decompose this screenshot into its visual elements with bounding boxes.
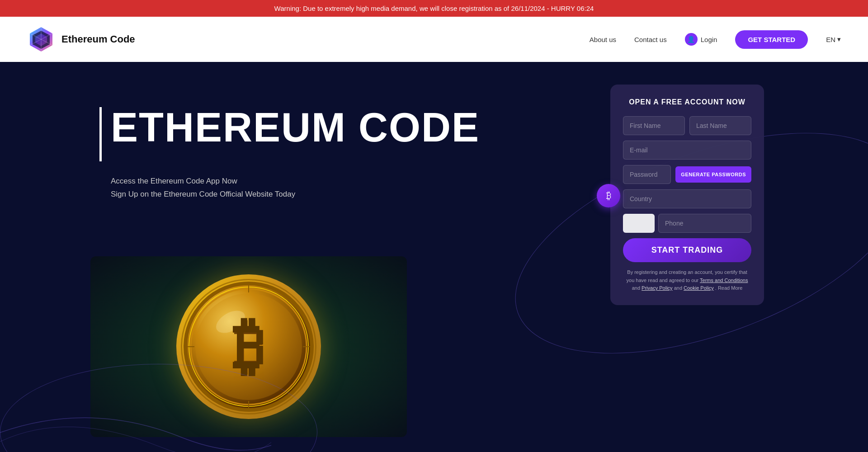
terms-link[interactable]: Terms and Conditions — [700, 278, 748, 283]
bitcoin-float-icon: ₿ — [606, 190, 611, 202]
last-name-input[interactable] — [689, 116, 751, 135]
login-label[interactable]: Login — [701, 36, 717, 43]
phone-input[interactable] — [658, 214, 751, 233]
read-more-link[interactable]: . Read More — [715, 285, 743, 291]
country-input[interactable] — [623, 189, 751, 208]
bitcoin-coin: ₿ — [176, 274, 321, 419]
email-input[interactable] — [623, 141, 751, 160]
user-icon-symbol: 👤 — [687, 36, 695, 43]
nav-about[interactable]: About us — [590, 36, 616, 43]
language-selector[interactable]: EN ▾ — [826, 35, 841, 43]
country-code-input[interactable] — [623, 214, 655, 233]
navbar: Ethereum Code About us Contact us 👤 Logi… — [0, 17, 868, 62]
nav-login-group[interactable]: 👤 Login — [685, 33, 717, 46]
cookie-link[interactable]: Cookie Policy — [684, 285, 714, 291]
bitcoin-background: ₿ — [90, 256, 407, 437]
generate-password-button[interactable]: GENERATE PASSWORDS — [675, 166, 751, 183]
hero-image: ₿ — [90, 256, 407, 437]
form-title: OPEN A FREE ACCOUNT NOW — [623, 98, 751, 106]
password-input[interactable] — [623, 165, 671, 184]
first-name-input[interactable] — [623, 116, 685, 135]
privacy-link[interactable]: Privacy Policy — [642, 285, 672, 291]
nav-contact[interactable]: Contact us — [634, 36, 667, 43]
chevron-down-icon: ▾ — [837, 35, 841, 43]
and-text: and — [632, 285, 642, 291]
and-text2: and — [674, 285, 684, 291]
registration-form: OPEN A FREE ACCOUNT NOW GENERATE PASSWOR… — [610, 85, 764, 305]
coin-ring — [181, 279, 316, 414]
bitcoin-float-button[interactable]: ₿ — [597, 184, 620, 207]
logo-icon — [27, 25, 55, 53]
password-row: GENERATE PASSWORDS — [623, 165, 751, 184]
email-group — [623, 141, 751, 160]
get-started-button[interactable]: GET STARTED — [735, 30, 808, 49]
phone-row — [623, 214, 751, 233]
language-label: EN — [826, 36, 835, 43]
form-terms: By registering and creating an account, … — [623, 268, 751, 292]
warning-text: Warning: Due to extremely high media dem… — [274, 5, 594, 12]
hero-section: ETHEREUM CODE Access the Ethereum Code A… — [0, 62, 868, 452]
warning-banner: Warning: Due to extremely high media dem… — [0, 0, 868, 17]
brand: Ethereum Code — [27, 25, 135, 53]
country-group — [623, 189, 751, 208]
user-icon: 👤 — [685, 33, 698, 46]
brand-name: Ethereum Code — [61, 33, 135, 45]
navbar-nav: About us Contact us 👤 Login GET STARTED … — [590, 30, 841, 49]
hero-divider — [99, 107, 102, 161]
hero-title: ETHEREUM CODE — [111, 107, 480, 148]
start-trading-button[interactable]: START TRADING — [623, 238, 751, 262]
name-row — [623, 116, 751, 135]
